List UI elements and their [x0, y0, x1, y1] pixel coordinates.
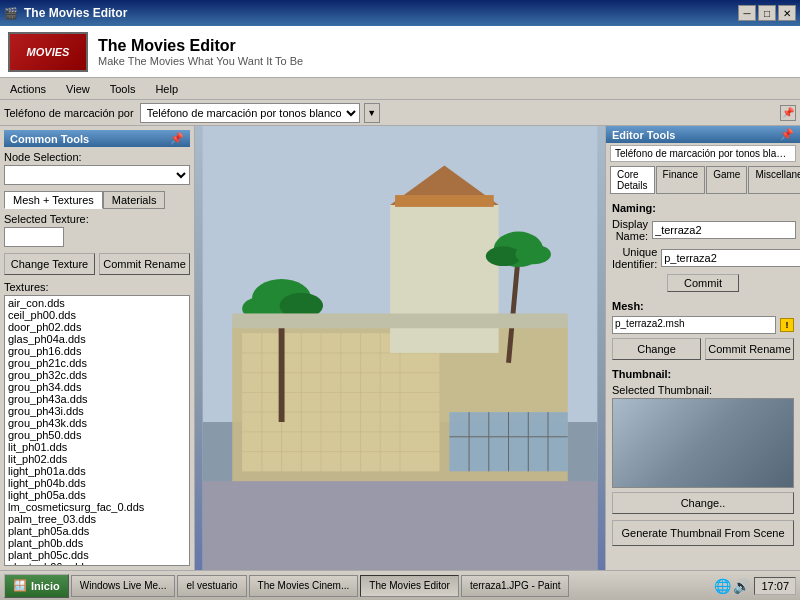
texture-list-item[interactable]: light_ph01a.dds [6, 465, 188, 477]
naming-section: Naming: Display Name: Unique Identifier:… [612, 202, 794, 292]
right-tabs: Core Details Finance Game Miscellaneous [610, 166, 796, 194]
commit-btn-row: Commit [612, 274, 794, 292]
taskbar-item-4[interactable]: terraza1.JPG - Paint [461, 575, 570, 597]
texture-list-item[interactable]: light_ph04b.dds [6, 477, 188, 489]
menu-tools[interactable]: Tools [104, 81, 142, 97]
clock: 17:07 [754, 577, 796, 595]
left-panel: Common Tools 📌 Node Selection: Mesh + Te… [0, 126, 195, 570]
menu-help[interactable]: Help [149, 81, 184, 97]
toolbar-pin[interactable]: 📌 [780, 105, 796, 121]
texture-list-item[interactable]: grou_ph43a.dds [6, 393, 188, 405]
display-name-row: Display Name: [612, 218, 794, 242]
texture-list-item[interactable]: lm_cosmeticsurg_fac_0.dds [6, 501, 188, 513]
texture-list-item[interactable]: light_ph05a.dds [6, 489, 188, 501]
commit-button[interactable]: Commit [667, 274, 739, 292]
taskbar-item-1[interactable]: el vestuario [177, 575, 246, 597]
app-header: MOVIES The Movies Editor Make The Movies… [0, 26, 800, 78]
content-area: Common Tools 📌 Node Selection: Mesh + Te… [0, 126, 800, 570]
texture-btn-row: Change Texture Commit Rename [4, 253, 190, 275]
start-label: Inicio [31, 580, 60, 592]
taskbar-item-0[interactable]: Windows Live Me... [71, 575, 176, 597]
main-toolbar: Teléfono de marcación por Teléfono de ma… [0, 100, 800, 126]
sys-icons: 🌐 🔊 [714, 578, 750, 594]
tab-game[interactable]: Game [706, 166, 747, 194]
editor-tools-label: Editor Tools [612, 129, 675, 141]
tab-core-details[interactable]: Core Details [610, 166, 655, 194]
app-title: The Movies Editor [98, 37, 303, 55]
tab-miscellaneous[interactable]: Miscellaneous [748, 166, 800, 194]
texture-list-item[interactable]: grou_ph16.dds [6, 345, 188, 357]
title-bar-controls: ─ □ ✕ [738, 5, 796, 21]
texture-list-item[interactable]: grou_ph32c.dds [6, 369, 188, 381]
texture-list-item[interactable]: plant_ph0b.dds [6, 537, 188, 549]
mesh-value: p_terraza2.msh [612, 316, 776, 334]
commit-rename-button-left[interactable]: Commit Rename [99, 253, 190, 275]
menu-bar: Actions View Tools Help [0, 78, 800, 100]
toolbar-label1: Teléfono de marcación por [4, 107, 134, 119]
taskbar-item-3[interactable]: The Movies Editor [360, 575, 459, 597]
change-thumbnail-button[interactable]: Change.. [612, 492, 794, 514]
app-subtitle: Make The Movies What You Want It To Be [98, 55, 303, 67]
texture-list-item[interactable]: air_con.dds [6, 297, 188, 309]
title-bar: 🎬 The Movies Editor ─ □ ✕ [0, 0, 800, 26]
display-name-label: Display Name: [612, 218, 648, 242]
texture-list-item[interactable]: plant_ph05c.dds [6, 549, 188, 561]
editor-tools-pin[interactable]: 📌 [780, 128, 794, 141]
texture-list-item[interactable]: glas_ph04a.dds [6, 333, 188, 345]
texture-list-item[interactable]: ceil_ph00.dds [6, 309, 188, 321]
display-name-input[interactable] [652, 221, 796, 239]
svg-rect-18 [390, 205, 499, 353]
menu-view[interactable]: View [60, 81, 96, 97]
close-button[interactable]: ✕ [778, 5, 796, 21]
thumbnail-area [612, 398, 794, 488]
selected-texture-label: Selected Texture: [4, 213, 190, 225]
texture-list-item[interactable]: plant_ph05a.dds [6, 525, 188, 537]
mesh-commit-rename-button[interactable]: Commit Rename [705, 338, 794, 360]
toolbar-combo1[interactable]: Teléfono de marcación por tonos blanco [140, 103, 360, 123]
texture-list-item[interactable]: grou_ph43i.dds [6, 405, 188, 417]
app-title-block: The Movies Editor Make The Movies What Y… [98, 37, 303, 67]
toolbar-arrow[interactable]: ▼ [364, 103, 380, 123]
network-icon: 🌐 [714, 578, 731, 594]
title-bar-left: 🎬 The Movies Editor [4, 6, 127, 20]
texture-list-item[interactable]: lit_ph01.dds [6, 441, 188, 453]
taskbar: 🪟 Inicio Windows Live Me... el vestuario… [0, 570, 800, 600]
right-content: Naming: Display Name: Unique Identifier:… [606, 198, 800, 570]
menu-actions[interactable]: Actions [4, 81, 52, 97]
unique-id-label: Unique Identifier: [612, 246, 657, 270]
node-select-combo[interactable] [4, 165, 190, 185]
texture-list-item[interactable]: plant_ph06a.dds [6, 561, 188, 566]
app-logo: MOVIES [8, 32, 88, 72]
unique-id-row: Unique Identifier: ! [612, 246, 794, 270]
mesh-btn-pair: Change Commit Rename [612, 338, 794, 360]
naming-title: Naming: [612, 202, 794, 214]
unique-id-input[interactable] [661, 249, 800, 267]
tab-finance[interactable]: Finance [656, 166, 706, 194]
common-tools-pin[interactable]: 📌 [170, 132, 184, 145]
tab-mesh-textures[interactable]: Mesh + Textures [4, 191, 103, 209]
generate-thumbnail-button[interactable]: Generate Thumbnail From Scene [612, 520, 794, 546]
svg-rect-36 [232, 313, 567, 328]
start-button[interactable]: 🪟 Inicio [4, 574, 69, 598]
textures-list[interactable]: air_con.ddsceil_ph00.ddsdoor_ph02.ddsgla… [4, 295, 190, 566]
volume-icon: 🔊 [733, 578, 750, 594]
texture-list-item[interactable]: grou_ph50.dds [6, 429, 188, 441]
taskbar-right: 🌐 🔊 17:07 [714, 577, 796, 595]
minimize-button[interactable]: ─ [738, 5, 756, 21]
mesh-change-button[interactable]: Change [612, 338, 701, 360]
texture-list-item[interactable]: door_ph02.dds [6, 321, 188, 333]
texture-list-item[interactable]: grou_ph21c.dds [6, 357, 188, 369]
mesh-warning-icon: ! [780, 318, 794, 332]
mesh-row: p_terraza2.msh ! [612, 316, 794, 334]
center-viewport [195, 126, 605, 570]
taskbar-item-2[interactable]: The Movies Cinem... [249, 575, 359, 597]
tab-materials[interactable]: Materials [103, 191, 166, 209]
texture-list-item[interactable]: lit_ph02.dds [6, 453, 188, 465]
common-tools-label: Common Tools [10, 133, 89, 145]
selected-thumb-label: Selected Thumbnail: [612, 384, 794, 396]
change-texture-button[interactable]: Change Texture [4, 253, 95, 275]
texture-list-item[interactable]: grou_ph43k.dds [6, 417, 188, 429]
maximize-button[interactable]: □ [758, 5, 776, 21]
texture-list-item[interactable]: grou_ph34.dds [6, 381, 188, 393]
texture-list-item[interactable]: palm_tree_03.dds [6, 513, 188, 525]
